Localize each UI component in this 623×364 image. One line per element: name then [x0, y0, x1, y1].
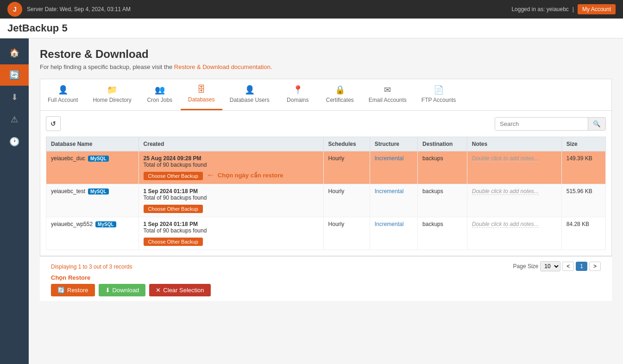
choose-other-backup-button-3[interactable]: Choose Other Backup: [144, 238, 203, 246]
tab-full-account[interactable]: 👤 Full Account: [40, 79, 85, 110]
databases-icon: 🗄: [197, 85, 206, 94]
app-title: JetBackup 5: [7, 22, 68, 34]
main-layout: 🏠 🔄 ⬇ ⚠ 🕐 Restore & Download For help fi…: [0, 38, 623, 364]
tab-certificates[interactable]: 🔒 Certificates: [319, 79, 361, 110]
annotation-text: Chọn ngày cần restore: [218, 172, 283, 179]
home-icon: 🏠: [9, 48, 19, 58]
mysql-badge: MySQL: [88, 156, 108, 162]
top-bar: J Server Date: Wed, Sep 4, 2024, 03:11 A…: [0, 0, 623, 19]
tab-home-directory-label: Home Directory: [93, 97, 131, 103]
action-buttons: 🔄 Restore ⬇ Download ✕ Clear Selection: [51, 284, 601, 296]
col-size: Size: [561, 137, 605, 151]
created-date: 25 Aug 2024 09:28 PM: [144, 155, 319, 162]
restore-button[interactable]: 🔄 Restore: [51, 284, 95, 296]
tab-databases[interactable]: 🗄 Databases: [181, 79, 222, 110]
created-date-3: 1 Sep 2024 01:18 PM: [144, 221, 319, 227]
tab-cron-jobs-label: Cron Jobs: [147, 97, 172, 103]
notes-text-3[interactable]: Double click to add notes...: [472, 221, 539, 228]
incremental-link-3[interactable]: Incremental: [375, 221, 404, 227]
db-name-text-3: yeiauebc_wp552: [51, 221, 93, 227]
tab-cron-jobs[interactable]: 👥 Cron Jobs: [139, 79, 181, 110]
subtitle-text: For help finding a specific backup, plea…: [40, 63, 172, 70]
email-accounts-icon: ✉: [384, 85, 391, 95]
warning-icon: ⚠: [11, 114, 18, 125]
top-bar-left: J Server Date: Wed, Sep 4, 2024, 03:11 A…: [7, 2, 131, 17]
tab-databases-label: Databases: [188, 96, 214, 103]
search-button[interactable]: 🔍: [588, 118, 605, 130]
choose-other-backup-button-2[interactable]: Choose Other Backup: [144, 205, 203, 213]
sidebar: 🏠 🔄 ⬇ ⚠ 🕐: [0, 38, 29, 364]
app-logo: J: [7, 2, 22, 17]
col-db-name: Database Name: [46, 137, 139, 151]
clear-selection-button[interactable]: ✕ Clear Selection: [149, 284, 210, 296]
download-button[interactable]: ⬇ Download: [99, 284, 146, 296]
destination-cell-2: backups: [418, 184, 467, 217]
col-destination: Destination: [418, 137, 467, 151]
tab-ftp-accounts[interactable]: 📄 FTP Accounts: [414, 79, 463, 110]
footer-top: Displaying 1 to 3 out of 3 records Page …: [51, 261, 601, 271]
database-users-icon: 👤: [245, 85, 255, 95]
sidebar-item-warning[interactable]: ⚠: [0, 109, 29, 130]
created-cell-2: 1 Sep 2024 01:18 PM Total of 90 backups …: [138, 184, 323, 217]
ftp-accounts-icon: 📄: [434, 85, 444, 95]
notes-cell-3[interactable]: Double click to add notes...: [467, 217, 561, 250]
download-btn-label: Download: [113, 287, 139, 294]
displaying-info: Displaying 1 to 3 out of 3 records: [51, 263, 132, 270]
page-controls: Page Size 10 25 50 < 1 >: [513, 261, 601, 271]
next-page-button[interactable]: >: [589, 262, 601, 271]
clear-btn-label: Clear Selection: [163, 287, 204, 294]
table-row: yeiauebc_duc MySQL 25 Aug 2024 09:28 PM …: [46, 151, 606, 184]
restore-icon: 🔄: [9, 70, 19, 80]
incremental-link-1[interactable]: Incremental: [375, 155, 404, 162]
tab-domains[interactable]: 📍 Domains: [277, 79, 319, 110]
schedules-cell-2: Hourly: [323, 184, 370, 217]
col-structure: Structure: [370, 137, 417, 151]
content-area: Restore & Download For help finding a sp…: [29, 38, 623, 364]
refresh-button[interactable]: ↺: [46, 116, 61, 131]
full-account-icon: 👤: [58, 85, 68, 95]
cron-jobs-icon: 👥: [155, 85, 165, 95]
col-schedules: Schedules: [323, 137, 370, 151]
notes-cell-1[interactable]: Double click to add notes...: [467, 151, 561, 184]
databases-table: Database Name Created Schedules Structur…: [46, 137, 606, 250]
displaying-text: Displaying 1 to 3 out of 3 records: [51, 264, 132, 270]
footer: Displaying 1 to 3 out of 3 records Page …: [40, 256, 612, 301]
sidebar-item-history[interactable]: 🕐: [0, 131, 29, 152]
logged-in-text: Logged in as: yeiauebc: [511, 6, 568, 13]
incremental-link-2[interactable]: Incremental: [375, 188, 404, 195]
choose-other-backup-button-1[interactable]: Choose Other Backup: [144, 172, 203, 180]
prev-page-button[interactable]: <: [562, 262, 574, 271]
sidebar-item-home[interactable]: 🏠: [0, 42, 29, 63]
sidebar-item-download[interactable]: ⬇: [0, 87, 29, 108]
tab-full-account-label: Full Account: [48, 97, 78, 103]
tab-domains-label: Domains: [287, 97, 308, 103]
page-subtitle: For help finding a specific backup, plea…: [40, 63, 612, 70]
download-icon-btn: ⬇: [105, 287, 110, 294]
tab-database-users[interactable]: 👤 Database Users: [222, 79, 277, 110]
created-cell: 25 Aug 2024 09:28 PM Total of 90 backups…: [138, 151, 323, 184]
notes-text-2[interactable]: Double click to add notes...: [472, 188, 539, 195]
subtitle-link[interactable]: Restore & Download documentation.: [174, 63, 272, 70]
tab-email-accounts[interactable]: ✉ Email Accounts: [361, 79, 414, 110]
tab-certificates-label: Certificates: [326, 97, 354, 103]
page-1-button[interactable]: 1: [576, 262, 587, 271]
my-account-button[interactable]: My Account: [578, 4, 616, 14]
size-cell-3: 84.28 KB: [561, 217, 605, 250]
search-input[interactable]: [495, 118, 588, 130]
divider: |: [573, 6, 574, 13]
db-name-cell-3: yeiauebc_wp552 MySQL: [46, 217, 139, 250]
table-area: ↺ 🔍 Database Name Created Schedules Stru…: [40, 110, 612, 256]
notes-cell-2[interactable]: Double click to add notes...: [467, 184, 561, 217]
domains-icon: 📍: [293, 85, 303, 95]
clear-icon-btn: ✕: [156, 287, 161, 294]
backups-count-3: Total of 90 backups found: [144, 227, 319, 234]
page-size-label: Page Size: [513, 263, 539, 270]
backups-count: Total of 90 backups found: [144, 162, 319, 168]
tab-ftp-accounts-label: FTP Accounts: [422, 97, 456, 103]
tab-home-directory[interactable]: 📁 Home Directory: [85, 79, 138, 110]
restore-icon-btn: 🔄: [57, 287, 65, 294]
notes-text-1[interactable]: Double click to add notes...: [472, 155, 539, 162]
page-size-select[interactable]: 10 25 50: [540, 261, 560, 271]
sidebar-item-restore[interactable]: 🔄: [0, 64, 29, 86]
tabs-bar: 👤 Full Account 📁 Home Directory 👥 Cron J…: [40, 79, 612, 110]
